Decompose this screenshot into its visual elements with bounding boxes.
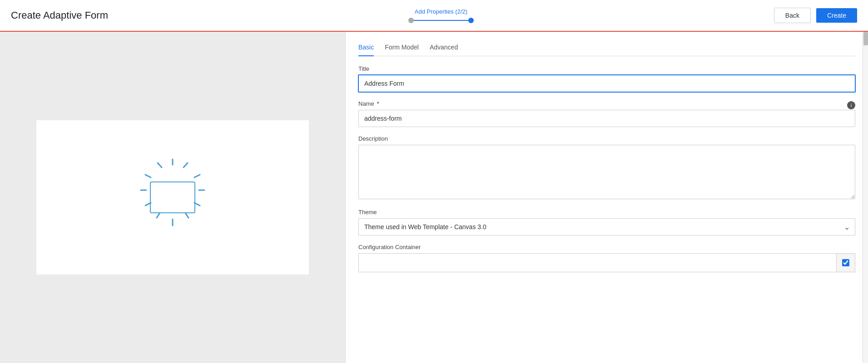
page-title: Create Adaptive Form xyxy=(11,10,108,21)
name-label-row: Name * i xyxy=(358,100,855,110)
svg-line-5 xyxy=(185,213,188,218)
configuration-container-input[interactable] xyxy=(358,253,836,272)
main-content: Basic Form Model Advanced Title Name * i… xyxy=(0,32,868,363)
configuration-container-field-group: Configuration Container xyxy=(358,244,855,272)
tab-advanced[interactable]: Advanced xyxy=(430,41,458,56)
svg-line-11 xyxy=(158,163,162,167)
title-label: Title xyxy=(358,65,855,72)
configuration-container-checkbox-cell[interactable] xyxy=(836,253,855,272)
configuration-container-label: Configuration Container xyxy=(358,244,855,250)
tab-basic[interactable]: Basic xyxy=(358,41,374,56)
sunburst-animation xyxy=(127,152,218,243)
name-input[interactable] xyxy=(358,110,855,127)
theme-select[interactable]: Theme used in Web Template - Canvas 3.0 xyxy=(358,218,855,235)
description-textarea[interactable] xyxy=(358,145,855,199)
scrollbar-track xyxy=(863,32,868,363)
configuration-container-row xyxy=(358,253,855,272)
stepper-dot-1 xyxy=(408,18,414,23)
tab-form-model[interactable]: Form Model xyxy=(385,41,419,56)
stepper-label: Add Properties (2/2) xyxy=(415,8,467,15)
sunburst-inner-box xyxy=(150,182,195,213)
stepper: Add Properties (2/2) xyxy=(408,8,474,23)
configuration-container-checkbox[interactable] xyxy=(842,259,849,266)
tab-bar: Basic Form Model Advanced xyxy=(358,41,855,56)
properties-panel: Basic Form Model Advanced Title Name * i… xyxy=(345,32,868,363)
name-info-icon[interactable]: i xyxy=(847,101,855,109)
back-button[interactable]: Back xyxy=(774,8,811,23)
preview-panel xyxy=(0,32,345,363)
header: Create Adaptive Form Add Properties (2/2… xyxy=(0,0,868,32)
svg-line-7 xyxy=(157,213,160,218)
title-input[interactable] xyxy=(358,75,855,92)
name-label: Name * xyxy=(358,100,379,107)
name-required-asterisk: * xyxy=(377,100,379,107)
scrollbar-thumb[interactable] xyxy=(863,32,868,45)
create-button[interactable]: Create xyxy=(816,8,857,23)
theme-select-wrapper: Theme used in Web Template - Canvas 3.0 … xyxy=(358,218,855,235)
description-field-group: Description xyxy=(358,135,855,201)
theme-label: Theme xyxy=(358,209,855,216)
svg-line-2 xyxy=(194,175,200,177)
title-field-group: Title xyxy=(358,65,855,92)
preview-canvas xyxy=(36,120,309,275)
description-label: Description xyxy=(358,135,855,142)
stepper-line xyxy=(414,20,468,21)
theme-field-group: Theme Theme used in Web Template - Canva… xyxy=(358,209,855,235)
header-buttons: Back Create xyxy=(774,8,857,23)
svg-line-10 xyxy=(145,175,151,177)
stepper-track xyxy=(408,18,474,23)
name-field-group: Name * i xyxy=(358,100,855,127)
svg-line-1 xyxy=(184,163,188,167)
stepper-dot-2 xyxy=(468,18,474,23)
